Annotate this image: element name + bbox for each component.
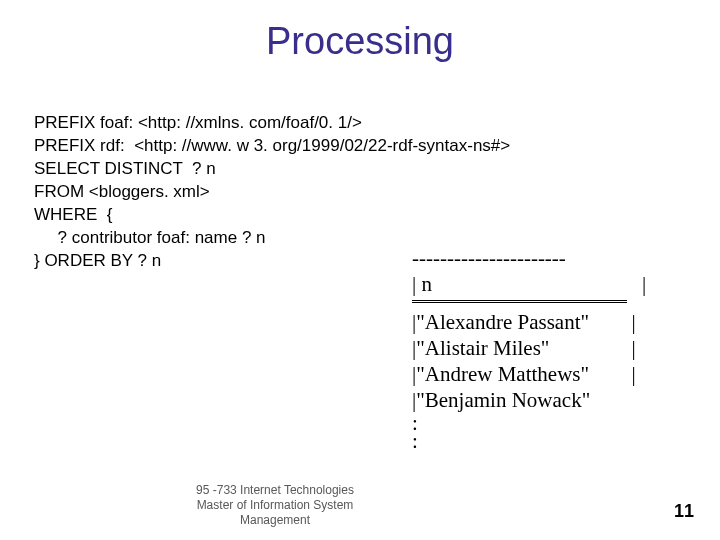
query-line: PREFIX foaf: <http: //xmlns. com/foaf/0.… (34, 113, 362, 132)
row-value: "Alistair Miles" (416, 335, 626, 361)
results-row: | "Benjamin Nowack" (412, 387, 646, 413)
row-end: | (626, 310, 635, 334)
row-value: "Benjamin Nowack" (416, 387, 626, 413)
results-header-end: | (642, 272, 646, 296)
slide-title: Processing (0, 20, 720, 63)
results-row: | "Andrew Matthews" | (412, 361, 646, 387)
results-separator-top: ---------------------- (412, 245, 646, 271)
row-value: "Andrew Matthews" (416, 361, 626, 387)
results-trailing-dots: : (412, 414, 646, 433)
results-block: ---------------------- | n| | "Alexandre… (412, 245, 646, 451)
query-line: ? contributor foaf: name ? n (34, 228, 266, 247)
query-line: } ORDER BY ? n (34, 251, 161, 270)
query-line: WHERE { (34, 205, 112, 224)
query-line: PREFIX rdf: <http: //www. w 3. org/1999/… (34, 136, 510, 155)
footer-line: Management (160, 513, 390, 528)
row-end: | (626, 362, 635, 386)
page-number: 11 (674, 501, 694, 522)
results-row: | "Alexandre Passant" | (412, 309, 646, 335)
row-value: "Alexandre Passant" (416, 309, 626, 335)
results-double-rule (412, 300, 627, 303)
slide: Processing PREFIX foaf: <http: //xmlns. … (0, 0, 720, 540)
footer-line: Master of Information System (160, 498, 390, 513)
query-line: FROM <bloggers. xml> (34, 182, 210, 201)
footer-center: 95 -733 Internet Technologies Master of … (160, 483, 390, 528)
results-row: | "Alistair Miles" | (412, 335, 646, 361)
row-end: | (626, 336, 635, 360)
results-header-row: | n| (412, 271, 646, 297)
results-header-col: | n (412, 271, 642, 297)
results-trailing-dots: : (412, 432, 646, 451)
footer-line: 95 -733 Internet Technologies (160, 483, 390, 498)
query-line: SELECT DISTINCT ? n (34, 159, 216, 178)
